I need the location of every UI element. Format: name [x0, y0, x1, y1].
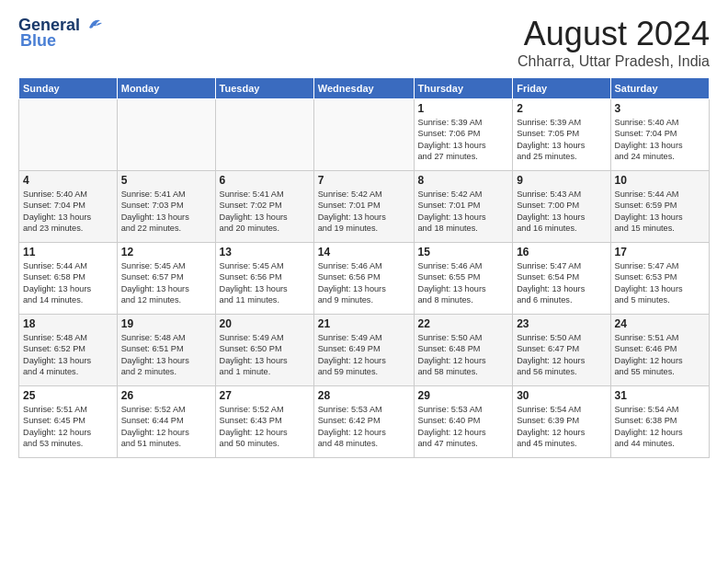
- page: General Blue August 2024 Chharra, Uttar …: [0, 0, 728, 467]
- calendar-cell: 7Sunrise: 5:42 AM Sunset: 7:01 PM Daylig…: [313, 171, 414, 243]
- calendar-cell: 17Sunrise: 5:47 AM Sunset: 6:53 PM Dayli…: [610, 243, 710, 315]
- calendar-cell: 3Sunrise: 5:40 AM Sunset: 7:04 PM Daylig…: [610, 99, 710, 171]
- day-info: Sunrise: 5:40 AM Sunset: 7:04 PM Dayligh…: [23, 189, 113, 235]
- day-number: 3: [615, 102, 706, 115]
- day-info: Sunrise: 5:52 AM Sunset: 6:44 PM Dayligh…: [121, 404, 211, 450]
- calendar-cell: 31Sunrise: 5:54 AM Sunset: 6:38 PM Dayli…: [610, 386, 710, 458]
- calendar-cell: 23Sunrise: 5:50 AM Sunset: 6:47 PM Dayli…: [513, 315, 610, 386]
- day-number: 12: [121, 246, 211, 259]
- day-number: 20: [220, 317, 310, 330]
- day-number: 29: [418, 389, 509, 402]
- calendar-day-header: Tuesday: [215, 78, 313, 99]
- calendar-week-row: 11Sunrise: 5:44 AM Sunset: 6:58 PM Dayli…: [19, 243, 710, 315]
- calendar-cell: 21Sunrise: 5:49 AM Sunset: 6:49 PM Dayli…: [313, 315, 414, 386]
- calendar-cell: 11Sunrise: 5:44 AM Sunset: 6:58 PM Dayli…: [19, 243, 118, 315]
- calendar-cell: 5Sunrise: 5:41 AM Sunset: 7:03 PM Daylig…: [117, 171, 215, 243]
- day-number: 15: [418, 246, 509, 259]
- day-info: Sunrise: 5:54 AM Sunset: 6:39 PM Dayligh…: [517, 404, 606, 450]
- day-number: 14: [318, 246, 410, 259]
- day-info: Sunrise: 5:46 AM Sunset: 6:56 PM Dayligh…: [318, 260, 410, 306]
- calendar-cell: 18Sunrise: 5:48 AM Sunset: 6:52 PM Dayli…: [19, 315, 118, 386]
- calendar-cell: 20Sunrise: 5:49 AM Sunset: 6:50 PM Dayli…: [215, 315, 313, 386]
- page-title: August 2024: [518, 15, 710, 53]
- logo: General Blue: [18, 15, 102, 51]
- day-number: 8: [418, 174, 509, 187]
- day-number: 27: [220, 389, 310, 402]
- logo-bird-icon: [82, 15, 102, 35]
- calendar-cell: 9Sunrise: 5:43 AM Sunset: 7:00 PM Daylig…: [513, 171, 610, 243]
- calendar-day-header: Sunday: [19, 78, 118, 99]
- calendar-cell: 19Sunrise: 5:48 AM Sunset: 6:51 PM Dayli…: [117, 315, 215, 386]
- calendar-cell: 10Sunrise: 5:44 AM Sunset: 6:59 PM Dayli…: [610, 171, 710, 243]
- calendar-cell: 15Sunrise: 5:46 AM Sunset: 6:55 PM Dayli…: [414, 243, 513, 315]
- calendar-cell: [215, 99, 313, 171]
- calendar-week-row: 4Sunrise: 5:40 AM Sunset: 7:04 PM Daylig…: [19, 171, 710, 243]
- day-number: 17: [615, 246, 706, 259]
- day-number: 4: [23, 174, 113, 187]
- day-number: 7: [318, 174, 410, 187]
- day-number: 21: [318, 317, 410, 330]
- calendar-day-header: Saturday: [610, 78, 710, 99]
- day-info: Sunrise: 5:44 AM Sunset: 6:58 PM Dayligh…: [23, 260, 113, 306]
- day-info: Sunrise: 5:41 AM Sunset: 7:03 PM Dayligh…: [121, 189, 211, 235]
- day-number: 30: [517, 389, 606, 402]
- day-info: Sunrise: 5:53 AM Sunset: 6:40 PM Dayligh…: [418, 404, 509, 450]
- day-info: Sunrise: 5:47 AM Sunset: 6:53 PM Dayligh…: [615, 260, 706, 306]
- day-info: Sunrise: 5:54 AM Sunset: 6:38 PM Dayligh…: [615, 404, 706, 450]
- day-info: Sunrise: 5:46 AM Sunset: 6:55 PM Dayligh…: [418, 260, 509, 306]
- day-info: Sunrise: 5:44 AM Sunset: 6:59 PM Dayligh…: [615, 189, 706, 235]
- day-number: 24: [615, 317, 706, 330]
- day-number: 22: [418, 317, 509, 330]
- day-info: Sunrise: 5:45 AM Sunset: 6:56 PM Dayligh…: [220, 260, 310, 306]
- calendar-cell: 12Sunrise: 5:45 AM Sunset: 6:57 PM Dayli…: [117, 243, 215, 315]
- calendar-header-row: SundayMondayTuesdayWednesdayThursdayFrid…: [19, 78, 710, 99]
- calendar-cell: 27Sunrise: 5:52 AM Sunset: 6:43 PM Dayli…: [215, 386, 313, 458]
- day-number: 2: [517, 102, 606, 115]
- day-info: Sunrise: 5:45 AM Sunset: 6:57 PM Dayligh…: [121, 260, 211, 306]
- day-number: 11: [23, 246, 113, 259]
- day-number: 25: [23, 389, 113, 402]
- day-info: Sunrise: 5:51 AM Sunset: 6:45 PM Dayligh…: [23, 404, 113, 450]
- day-info: Sunrise: 5:42 AM Sunset: 7:01 PM Dayligh…: [418, 189, 509, 235]
- calendar-week-row: 18Sunrise: 5:48 AM Sunset: 6:52 PM Dayli…: [19, 315, 710, 386]
- calendar-week-row: 1Sunrise: 5:39 AM Sunset: 7:06 PM Daylig…: [19, 99, 710, 171]
- day-number: 6: [220, 174, 310, 187]
- logo-blue: Blue: [20, 31, 56, 51]
- day-info: Sunrise: 5:42 AM Sunset: 7:01 PM Dayligh…: [318, 189, 410, 235]
- day-info: Sunrise: 5:39 AM Sunset: 7:06 PM Dayligh…: [418, 117, 509, 163]
- calendar-table: SundayMondayTuesdayWednesdayThursdayFrid…: [18, 77, 710, 458]
- header: General Blue August 2024 Chharra, Uttar …: [18, 15, 710, 70]
- day-number: 18: [23, 317, 113, 330]
- day-number: 5: [121, 174, 211, 187]
- day-info: Sunrise: 5:43 AM Sunset: 7:00 PM Dayligh…: [517, 189, 606, 235]
- calendar-cell: 25Sunrise: 5:51 AM Sunset: 6:45 PM Dayli…: [19, 386, 118, 458]
- calendar-day-header: Wednesday: [313, 78, 414, 99]
- calendar-day-header: Monday: [117, 78, 215, 99]
- page-subtitle: Chharra, Uttar Pradesh, India: [518, 53, 710, 70]
- day-info: Sunrise: 5:40 AM Sunset: 7:04 PM Dayligh…: [615, 117, 706, 163]
- day-info: Sunrise: 5:49 AM Sunset: 6:50 PM Dayligh…: [220, 332, 310, 378]
- calendar-day-header: Friday: [513, 78, 610, 99]
- title-section: August 2024 Chharra, Uttar Pradesh, Indi…: [518, 15, 710, 70]
- day-number: 1: [418, 102, 509, 115]
- day-info: Sunrise: 5:48 AM Sunset: 6:52 PM Dayligh…: [23, 332, 113, 378]
- calendar-cell: 14Sunrise: 5:46 AM Sunset: 6:56 PM Dayli…: [313, 243, 414, 315]
- day-info: Sunrise: 5:52 AM Sunset: 6:43 PM Dayligh…: [220, 404, 310, 450]
- calendar-cell: 16Sunrise: 5:47 AM Sunset: 6:54 PM Dayli…: [513, 243, 610, 315]
- day-info: Sunrise: 5:39 AM Sunset: 7:05 PM Dayligh…: [517, 117, 606, 163]
- calendar-day-header: Thursday: [414, 78, 513, 99]
- calendar-cell: 26Sunrise: 5:52 AM Sunset: 6:44 PM Dayli…: [117, 386, 215, 458]
- calendar-cell: 1Sunrise: 5:39 AM Sunset: 7:06 PM Daylig…: [414, 99, 513, 171]
- day-info: Sunrise: 5:41 AM Sunset: 7:02 PM Dayligh…: [220, 189, 310, 235]
- calendar-cell: 8Sunrise: 5:42 AM Sunset: 7:01 PM Daylig…: [414, 171, 513, 243]
- day-number: 16: [517, 246, 606, 259]
- calendar-cell: 6Sunrise: 5:41 AM Sunset: 7:02 PM Daylig…: [215, 171, 313, 243]
- calendar-cell: [313, 99, 414, 171]
- calendar-cell: 13Sunrise: 5:45 AM Sunset: 6:56 PM Dayli…: [215, 243, 313, 315]
- day-number: 28: [318, 389, 410, 402]
- day-info: Sunrise: 5:53 AM Sunset: 6:42 PM Dayligh…: [318, 404, 410, 450]
- day-number: 19: [121, 317, 211, 330]
- day-info: Sunrise: 5:49 AM Sunset: 6:49 PM Dayligh…: [318, 332, 410, 378]
- day-number: 9: [517, 174, 606, 187]
- calendar-cell: 4Sunrise: 5:40 AM Sunset: 7:04 PM Daylig…: [19, 171, 118, 243]
